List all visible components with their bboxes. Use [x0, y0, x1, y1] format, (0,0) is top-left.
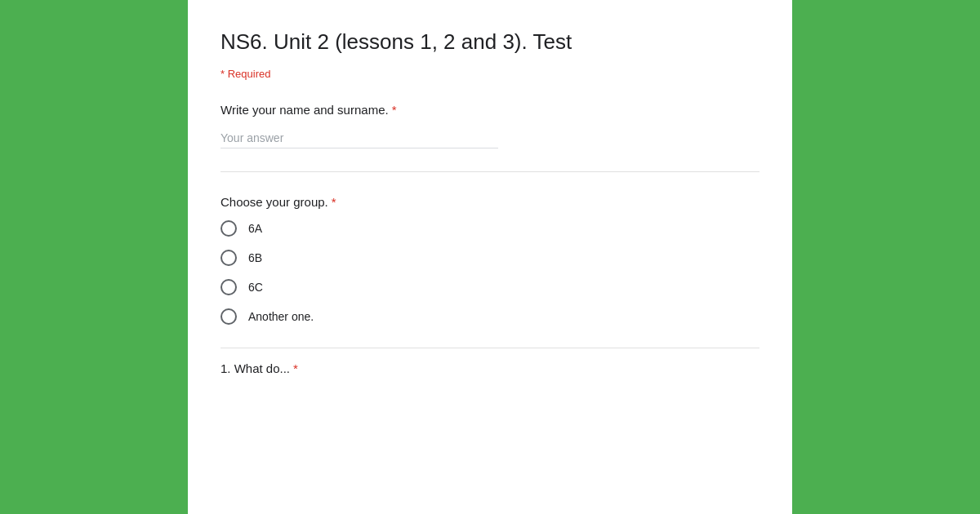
question-1-label: Write your name and surname. * — [220, 103, 760, 117]
radio-circle-6c — [220, 279, 237, 295]
radio-label-6c: 6C — [248, 281, 263, 294]
required-star-q3: * — [293, 361, 298, 375]
required-star-q2: * — [332, 195, 336, 209]
next-question-label: 1. What do... * — [220, 361, 760, 375]
radio-label-6a: 6A — [248, 222, 262, 235]
sidebar-right — [792, 0, 980, 514]
group-radio-options: 6A 6B 6C Another one. — [220, 220, 760, 325]
form-title: NS6. Unit 2 (lessons 1, 2 and 3). Test — [220, 29, 760, 55]
required-star-q1: * — [392, 103, 397, 117]
radio-label-6b: 6B — [248, 251, 262, 264]
radio-option-6b[interactable]: 6B — [220, 250, 760, 266]
radio-circle-6b — [220, 250, 237, 266]
next-question-preview: 1. What do... * — [220, 348, 760, 375]
main-content: NS6. Unit 2 (lessons 1, 2 and 3). Test R… — [188, 0, 792, 514]
radio-circle-another — [220, 308, 237, 325]
question-2-section: Choose your group. * 6A 6B 6C — [220, 195, 760, 325]
required-notice: Required — [220, 68, 760, 80]
radio-option-6a[interactable]: 6A — [220, 220, 760, 237]
radio-label-another: Another one. — [248, 310, 314, 323]
section-divider — [220, 171, 760, 172]
name-surname-input[interactable] — [220, 128, 498, 148]
radio-circle-6a — [220, 220, 237, 237]
sidebar-left — [0, 0, 188, 514]
radio-option-another[interactable]: Another one. — [220, 308, 760, 325]
form-card: NS6. Unit 2 (lessons 1, 2 and 3). Test R… — [188, 0, 792, 514]
question-2-label: Choose your group. * — [220, 195, 760, 209]
question-1-section: Write your name and surname. * — [220, 103, 760, 148]
radio-option-6c[interactable]: 6C — [220, 279, 760, 295]
